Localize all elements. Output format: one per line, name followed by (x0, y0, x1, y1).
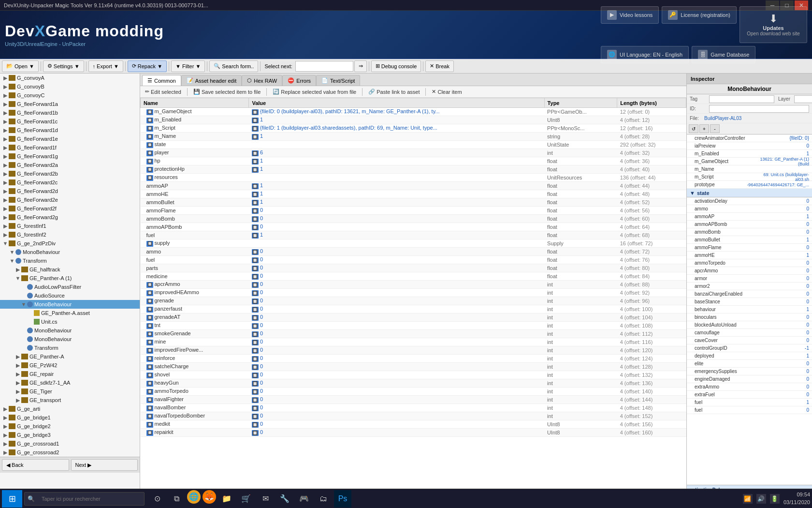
tree-item-monobehaviour-2[interactable]: MonoBehaviour (0, 326, 140, 335)
tree-item-ff1a[interactable]: ▶ G_fleeForward1a (0, 100, 140, 108)
insp-prop-fuel-1[interactable]: fuel 1 (687, 399, 812, 406)
insp-prop-ammoFlame[interactable]: ammoFlame 0 (687, 244, 812, 252)
table-row[interactable]: ammo🔲0float4 (offset: 72) (141, 248, 686, 256)
insp-prop-armor2[interactable]: armor2 0 (687, 283, 812, 290)
taskbar-clock[interactable]: 09:54 03/11/2020 (783, 491, 810, 506)
next-button[interactable]: Next ▶ (71, 459, 138, 471)
tree-item-panther-1[interactable]: ▼ GE_Panther-A (1) (0, 274, 140, 283)
taskbar-cortana[interactable]: ⊙ (148, 490, 166, 508)
insp-prop-ammoBullet[interactable]: ammoBullet 1 (687, 236, 812, 244)
tree-item-sdkfz[interactable]: ▶ GE_sdkfz7-1_AA (0, 378, 140, 387)
insp-prop-activationDelay[interactable]: activationDelay 0 (687, 197, 812, 205)
tab-common[interactable]: ☰ Common (142, 75, 181, 86)
tree-item-forestInf1[interactable]: ▶ G_forestInf1 (0, 222, 140, 230)
taskbar-mail[interactable]: ✉ (257, 490, 274, 508)
table-row[interactable]: ammoHE🔲1float4 (offset: 48) (141, 190, 686, 198)
table-row[interactable]: 🔲mine🔲0int4 (offset: 116) (141, 338, 686, 346)
inspector-tree[interactable]: crewAnimatorController {fileID: 0} iaPre… (687, 134, 812, 485)
tree-item-ge-arti[interactable]: ▶ G_ge_arti (0, 404, 140, 413)
taskbar-app1[interactable]: 🗂 (315, 490, 332, 508)
tree-item-audiolowpass[interactable]: AudioLowPassFilter (0, 283, 140, 291)
updates-button[interactable]: ⬇ Updates Open download web site (740, 6, 807, 43)
insp-refresh-button[interactable]: ↺ (689, 124, 698, 133)
table-row[interactable]: ammoBomb🔲0float4 (offset: 60) (141, 215, 686, 223)
insp-prop-blockedAutoUnload[interactable]: blockedAutoUnload 0 (687, 321, 812, 329)
tree-item-crossroad2[interactable]: ▶ G_ge_crossroad2 (0, 448, 140, 457)
export-button[interactable]: ↑ Export ▼ (88, 60, 123, 72)
table-row[interactable]: 🔲repairkit🔲0UInt84 (offset: 160) (141, 429, 686, 437)
insp-prop-ammoAP[interactable]: ammoAP 1 (687, 213, 812, 221)
insp-prop-behaviour[interactable]: behaviour 1 (687, 306, 812, 314)
break-button[interactable]: ✕ Break (425, 60, 454, 72)
left-panel[interactable]: ▶ G_convoyA ▶ G_convoyB ▶ G_convoyC ▶ G_… (0, 74, 140, 494)
tree-item-bridge3[interactable]: ▶ G_ge_bridge3 (0, 431, 140, 439)
edit-selected-button[interactable]: ✏ Edit selected (142, 87, 184, 97)
table-row[interactable]: ammoAP🔲1float4 (offset: 44) (141, 182, 686, 190)
repack-button[interactable]: ⟳ Repack ▼ (128, 60, 167, 72)
paste-link-button[interactable]: 🔗 Paste link to asset (365, 87, 422, 97)
table-row[interactable]: 🔲resourcesUnitResources136 (offset: 44) (141, 174, 686, 182)
open-button[interactable]: 📂 Open ▼ (2, 60, 39, 72)
insp-prop-fuel-2[interactable]: fuel 0 (687, 406, 812, 414)
tree-item-unit-cs[interactable]: Unit.cs (0, 317, 140, 326)
tree-item-convoyB[interactable]: ▶ G_convoyB (0, 82, 140, 91)
tree-item-ff1f[interactable]: ▶ G_fleeForward1f (0, 143, 140, 152)
taskbar-photoshop[interactable]: Ps (334, 490, 351, 508)
insp-prop-ammo[interactable]: ammo 0 (687, 205, 812, 213)
table-row[interactable]: 🔲navalBomber🔲0int4 (offset: 148) (141, 404, 686, 412)
tab-text-script[interactable]: 📄 Text/Script (316, 75, 360, 86)
table-row[interactable]: ammoBullet🔲1float4 (offset: 52) (141, 198, 686, 207)
tree-item-ff1e[interactable]: ▶ G_fleeForward1e (0, 134, 140, 143)
table-row[interactable]: 🔲medkit🔲0UInt84 (offset: 156) (141, 420, 686, 429)
tree-item-repair[interactable]: ▶ GE_repair (0, 370, 140, 378)
tree-item-ff2b[interactable]: ▶ G_fleeForward2b (0, 169, 140, 178)
tree-item-ff1g[interactable]: ▶ G_fleeForward1g (0, 152, 140, 161)
tree-item-monobehaviour-1[interactable]: ▼ MonoBehaviour (0, 248, 140, 256)
insp-prop-baseStance[interactable]: baseStance 0 (687, 298, 812, 306)
insp-prop-crewAnimatorController[interactable]: crewAnimatorController {fileID: 0} (687, 134, 812, 142)
tree-item-convoyC[interactable]: ▶ G_convoyC (0, 91, 140, 100)
tree-item-ff1c[interactable]: ▶ G_fleeForward1c (0, 117, 140, 126)
table-row[interactable]: 🔲hp🔲1float4 (offset: 36) (141, 157, 686, 165)
insp-prop-ammoAPBomb[interactable]: ammoAPBomb 0 (687, 221, 812, 228)
tree-item-bridge1[interactable]: ▶ G_ge_bridge1 (0, 413, 140, 422)
tab-errors[interactable]: ⛔ Errors (282, 75, 316, 86)
insp-prop-deployed[interactable]: deployed 1 (687, 352, 812, 360)
taskbar-store[interactable]: 🛒 (237, 490, 255, 508)
table-row[interactable]: 🔲shovel🔲0int4 (offset: 132) (141, 371, 686, 379)
table-row[interactable]: 🔲navalTorpedoBomber🔲0int4 (offset: 152) (141, 412, 686, 420)
taskbar-multitask[interactable]: ⧉ (168, 490, 185, 508)
insp-prop-armor[interactable]: armor 0 (687, 275, 812, 283)
tree-item-halftrack[interactable]: ▶ GE_halftrack (0, 265, 140, 274)
tree-item-audiosource[interactable]: AudioSource (0, 291, 140, 300)
tree-item-convoyA[interactable]: ▶ G_convoyA (0, 74, 140, 82)
debug-console-button[interactable]: ⊞ Debug console (371, 60, 421, 72)
table-row[interactable]: 🔲supplySupply16 (offset: 72) (141, 239, 686, 248)
license-button[interactable]: 🔑 License (registration) (662, 6, 737, 24)
insp-prop-apcrAmmo[interactable]: apcrAmmo 0 (687, 267, 812, 275)
table-row[interactable]: 🔲smokeGrenade🔲0int4 (offset: 112) (141, 330, 686, 338)
tree-item-ff1b[interactable]: ▶ G_fleeForward1b (0, 108, 140, 117)
insp-prop-prototype[interactable]: prototype -9640264474694426717: GE_... (687, 181, 812, 189)
insp-prop-mGameObject[interactable]: m_GameObject 13621: GE_Panther-A (1) (Bu… (687, 158, 812, 165)
insp-prop-ammoBomb[interactable]: ammoBomb 0 (687, 228, 812, 236)
tree-item-panther-asset[interactable]: GE_Panther-A.asset (0, 309, 140, 317)
table-row[interactable]: 🔲improvedFirePowe...🔲0int4 (offset: 120) (141, 346, 686, 355)
tree-item-panther-a[interactable]: ▶ GE_Panther-A (0, 352, 140, 361)
taskbar-firefox[interactable]: 🦊 (203, 490, 216, 504)
table-row[interactable]: 🔲ammoTorpedo🔲0int4 (offset: 140) (141, 388, 686, 396)
table-row[interactable]: 🔲satchelCharge🔲0int4 (offset: 128) (141, 363, 686, 371)
taskbar-calc[interactable]: 🔧 (276, 490, 293, 508)
data-table-wrapper[interactable]: Name Value Type Length (bytes) 🔲m_GameOb… (140, 98, 686, 494)
table-row[interactable]: 🔲panzerfaust🔲0int4 (offset: 100) (141, 305, 686, 314)
tree-item-ff2e[interactable]: ▶ G_fleeForward2e (0, 195, 140, 204)
tab-hex-raw[interactable]: ⬡ Hex RAW (242, 75, 282, 86)
table-row[interactable]: 🔲grenade🔲0int4 (offset: 96) (141, 297, 686, 305)
tree-item-ff2c[interactable]: ▶ G_fleeForward2c (0, 178, 140, 187)
tree-item-forestInf2[interactable]: ▶ G_forestInf2 (0, 230, 140, 239)
table-row[interactable]: ammoFlame🔲0float4 (offset: 56) (141, 207, 686, 215)
insp-prop-ammoHE[interactable]: ammoHE 1 (687, 252, 812, 259)
table-row[interactable]: 🔲m_Enabled🔲1UInt84 (offset: 12) (141, 116, 686, 124)
tree-item-2ndPzDiv[interactable]: ▼ G_ge_2ndPzDiv (0, 239, 140, 248)
tree-item-ff2d[interactable]: ▶ G_fleeForward2d (0, 187, 140, 195)
